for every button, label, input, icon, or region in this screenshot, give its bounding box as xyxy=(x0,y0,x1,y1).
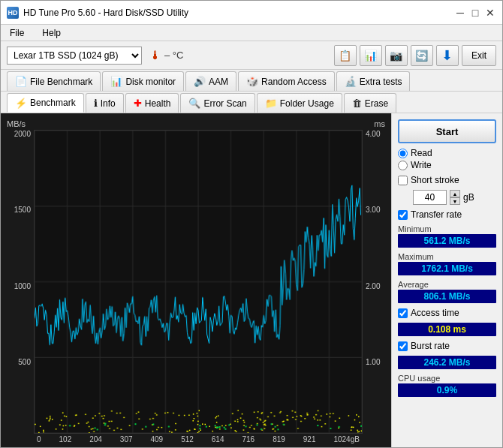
read-radio-item[interactable]: Read xyxy=(398,148,496,158)
tab-aam[interactable]: 🔊 AAM xyxy=(185,71,236,91)
tab-folder-usage-label: Folder Usage xyxy=(280,98,334,109)
toolbar: Lexar 1TB SSD (1024 gB) 🌡 – °C 📋 📊 📷 🔄 ⬇… xyxy=(1,41,502,70)
temperature-value: – °C xyxy=(164,50,183,61)
tab-disk-monitor[interactable]: 📊 Disk monitor xyxy=(102,71,184,91)
tab-benchmark[interactable]: ⚡ Benchmark xyxy=(7,93,84,113)
y-axis-left: 2000 1500 1000 500 xyxy=(7,130,34,434)
tab-error-scan-label: Error Scan xyxy=(203,98,246,109)
tab-file-benchmark[interactable]: 📄 File Benchmark xyxy=(7,71,101,91)
toolbar-btn-1[interactable]: 📋 xyxy=(334,45,357,66)
main-window: HD HD Tune Pro 5.60 - Hard Disk/SSD Util… xyxy=(0,0,503,448)
transfer-rate-checkbox[interactable] xyxy=(398,210,408,220)
tab-aam-label: AAM xyxy=(209,77,228,87)
tab-error-scan[interactable]: 🔍 Error Scan xyxy=(180,93,255,113)
access-time-value: 0.108 ms xyxy=(398,323,496,336)
tab-erase-label: Erase xyxy=(365,98,388,109)
maximize-button[interactable]: □ xyxy=(469,7,481,19)
stroke-increment[interactable]: ▲ xyxy=(450,190,460,197)
minimize-button[interactable]: ─ xyxy=(454,7,466,19)
erase-icon: 🗑 xyxy=(352,98,362,109)
toolbar-btn-3[interactable]: 📷 xyxy=(385,45,408,66)
side-panel: Start Read Write Short stroke ▲ xyxy=(391,113,502,447)
toolbar-btn-2[interactable]: 📊 xyxy=(360,45,382,66)
average-value: 806.1 MB/s xyxy=(398,290,496,303)
toolbar-btn-5[interactable]: ⬇ xyxy=(436,45,459,66)
stroke-spin-buttons: ▲ ▼ xyxy=(450,190,460,205)
burst-rate-checkbox[interactable] xyxy=(398,341,408,351)
tab-health-label: Health xyxy=(145,98,171,109)
window-title: HD Tune Pro 5.60 - Hard Disk/SSD Utility xyxy=(23,8,188,18)
error-scan-icon: 🔍 xyxy=(188,98,200,109)
short-stroke-checkbox-item[interactable]: Short stroke xyxy=(398,175,496,185)
maximum-label: Maximum xyxy=(398,252,496,261)
stroke-value-input[interactable] xyxy=(413,190,447,205)
stroke-unit: gB xyxy=(463,192,474,203)
average-stat: Average 806.1 MB/s xyxy=(398,280,496,303)
extra-tests-icon: 🔬 xyxy=(345,76,357,87)
tab-info[interactable]: ℹ Info xyxy=(86,93,124,113)
maximum-value: 1762.1 MB/s xyxy=(398,262,496,275)
chart-container: 2000 1500 1000 500 4.00 3.00 2.00 1.00 xyxy=(7,130,385,434)
chart-canvas xyxy=(35,131,362,433)
read-label: Read xyxy=(411,148,432,158)
stroke-decrement[interactable]: ▼ xyxy=(450,197,460,205)
short-stroke-label: Short stroke xyxy=(411,175,459,185)
write-radio[interactable] xyxy=(398,161,408,170)
random-access-icon: 🎲 xyxy=(246,76,258,87)
window-controls: ─ □ ✕ xyxy=(454,7,496,19)
write-label: Write xyxy=(411,160,432,170)
tab-file-benchmark-label: File Benchmark xyxy=(30,77,92,87)
folder-usage-icon: 📁 xyxy=(265,98,277,109)
menu-file[interactable]: File xyxy=(7,26,27,40)
stroke-input-row: ▲ ▼ gB xyxy=(413,190,496,205)
start-button[interactable]: Start xyxy=(398,119,496,143)
access-time-label: Access time xyxy=(411,308,459,318)
file-benchmark-icon: 📄 xyxy=(15,76,27,87)
chart-inner xyxy=(34,130,363,434)
title-bar-left: HD HD Tune Pro 5.60 - Hard Disk/SSD Util… xyxy=(7,7,188,19)
tab-info-label: Info xyxy=(101,98,116,109)
nav-tabs-row1: 📄 File Benchmark 📊 Disk monitor 🔊 AAM 🎲 … xyxy=(1,70,502,92)
transfer-rate-checkbox-item[interactable]: Transfer rate xyxy=(398,209,496,220)
tab-extra-tests-label: Extra tests xyxy=(360,77,402,87)
chart-area: MB/s ms 2000 1500 1000 500 4.00 3.00 2.0… xyxy=(1,113,391,447)
write-radio-item[interactable]: Write xyxy=(398,160,496,170)
tab-extra-tests[interactable]: 🔬 Extra tests xyxy=(336,71,411,91)
read-radio[interactable] xyxy=(398,149,408,158)
tab-folder-usage[interactable]: 📁 Folder Usage xyxy=(257,93,342,113)
maximum-stat: Maximum 1762.1 MB/s xyxy=(398,252,496,275)
read-write-radio-group: Read Write xyxy=(398,148,496,170)
minimum-stat: Minimum 561.2 MB/s xyxy=(398,224,496,248)
toolbar-btn-4[interactable]: 🔄 xyxy=(411,45,433,66)
cpu-usage-label: CPU usage xyxy=(398,374,496,383)
drive-selector[interactable]: Lexar 1TB SSD (1024 gB) xyxy=(7,47,142,65)
exit-button[interactable]: Exit xyxy=(462,45,496,66)
x-axis: 0 102 204 307 409 512 614 716 819 921 10… xyxy=(7,435,385,443)
benchmark-icon: ⚡ xyxy=(15,98,27,109)
tab-health[interactable]: ✚ Health xyxy=(125,93,179,113)
y-label-right: ms xyxy=(374,119,385,128)
average-label: Average xyxy=(398,280,496,289)
short-stroke-checkbox[interactable] xyxy=(398,176,408,185)
menu-bar: File Help xyxy=(1,25,502,41)
burst-rate-stat: 246.2 MB/s xyxy=(398,356,496,369)
transfer-rate-label: Transfer rate xyxy=(411,209,462,220)
access-time-checkbox[interactable] xyxy=(398,308,408,318)
close-button[interactable]: ✕ xyxy=(484,7,496,19)
menu-help[interactable]: Help xyxy=(39,26,64,40)
access-time-checkbox-item[interactable]: Access time xyxy=(398,308,496,318)
minimum-label: Minimum xyxy=(398,224,496,233)
tab-random-access-label: Random Access xyxy=(261,77,327,87)
cpu-usage-stat: CPU usage 0.9% xyxy=(398,374,496,397)
cpu-usage-value: 0.9% xyxy=(398,383,496,397)
tab-disk-monitor-label: Disk monitor xyxy=(125,77,176,87)
access-time-stat: 0.108 ms xyxy=(398,323,496,336)
main-content: MB/s ms 2000 1500 1000 500 4.00 3.00 2.0… xyxy=(1,113,502,447)
burst-rate-value: 246.2 MB/s xyxy=(398,356,496,369)
tab-erase[interactable]: 🗑 Erase xyxy=(344,93,396,113)
info-icon: ℹ xyxy=(94,98,98,109)
burst-rate-label: Burst rate xyxy=(411,341,450,351)
tab-benchmark-label: Benchmark xyxy=(30,98,76,108)
burst-rate-checkbox-item[interactable]: Burst rate xyxy=(398,341,496,351)
tab-random-access[interactable]: 🎲 Random Access xyxy=(238,71,335,91)
